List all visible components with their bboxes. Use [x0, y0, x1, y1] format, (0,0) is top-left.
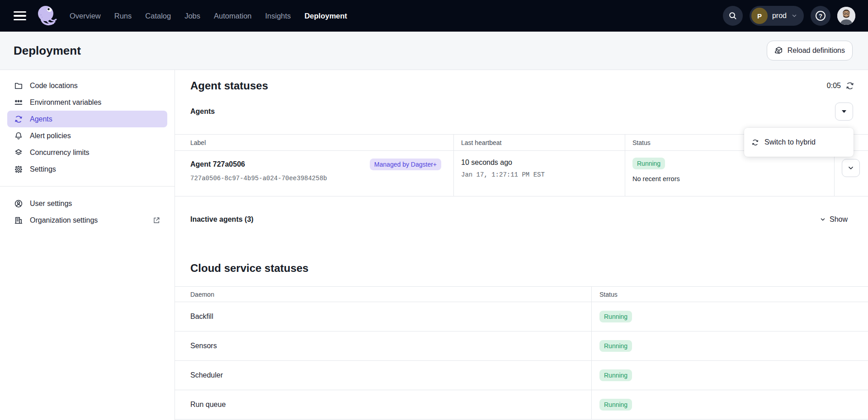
deployment-name: prod: [772, 12, 787, 20]
daemon-name: Sensors: [175, 331, 592, 360]
refresh-countdown: 0:05: [827, 82, 841, 90]
sidebar-item-label: Concurrency limits: [30, 149, 90, 157]
reload-definitions-label: Reload definitions: [788, 47, 845, 55]
folder-icon: [14, 81, 23, 90]
page-title: Deployment: [14, 44, 81, 58]
refresh-icon[interactable]: [845, 81, 854, 90]
chevron-down-icon: [847, 164, 854, 172]
sidebar-item-code-locations[interactable]: Code locations: [7, 77, 167, 94]
daemon-name: Scheduler: [175, 361, 592, 390]
column-header-daemon: Daemon: [175, 287, 592, 302]
chevron-down-icon: [820, 216, 826, 223]
agent-status-badge: Running: [632, 158, 665, 169]
inactive-agents-heading: Inactive agents (3): [190, 215, 254, 224]
menu-item-label: Switch to hybrid: [764, 138, 816, 146]
gear-icon: [14, 165, 23, 174]
column-header-label: Label: [175, 135, 454, 150]
nav-jobs[interactable]: Jobs: [184, 12, 200, 20]
status-badge: Running: [599, 311, 632, 322]
search-button[interactable]: [723, 6, 743, 26]
building-icon: [14, 216, 23, 225]
chevron-down-icon: [791, 13, 797, 19]
nav-deployment[interactable]: Deployment: [304, 12, 347, 20]
sidebar-item-label: Environment variables: [30, 98, 101, 107]
external-link-icon: [152, 216, 161, 224]
reload-definitions-button[interactable]: Reload definitions: [767, 41, 853, 61]
daemon-name: Run queue: [175, 390, 592, 419]
daemon-name: Backfill: [175, 302, 592, 331]
sidebar-item-label: Organization settings: [30, 216, 98, 224]
nav-insights[interactable]: Insights: [265, 12, 291, 20]
table-row: Scheduler Running: [175, 361, 868, 390]
nav-catalog[interactable]: Catalog: [145, 12, 171, 20]
managed-by-badge: Managed by Dagster+: [370, 159, 441, 170]
sidebar-item-label: User settings: [30, 200, 72, 208]
sidebar-item-user-settings[interactable]: User settings: [7, 195, 167, 212]
question-mark-icon: ?: [816, 11, 826, 21]
layers-icon: [14, 148, 23, 157]
search-icon: [728, 11, 737, 20]
show-inactive-agents-button[interactable]: Show: [820, 215, 848, 224]
agent-row-expand-button[interactable]: [842, 159, 860, 177]
cloud-table-header: Daemon Status: [175, 287, 868, 302]
heartbeat-relative: 10 seconds ago: [461, 151, 625, 167]
show-label: Show: [830, 215, 848, 224]
sidebar-item-alert-policies[interactable]: Alert policies: [7, 127, 167, 144]
table-row: Run queue Running: [175, 390, 868, 420]
agents-context-menu: Switch to hybrid: [744, 128, 854, 157]
status-badge: Running: [599, 340, 632, 352]
cloud-services-table: Daemon Status Backfill Running Sensors R…: [175, 286, 868, 420]
nav-runs[interactable]: Runs: [114, 12, 132, 20]
top-nav: Overview Runs Catalog Jobs Automation In…: [0, 0, 868, 32]
caret-down-icon: [842, 110, 846, 113]
sidebar-item-environment-variables[interactable]: Environment variables: [7, 94, 167, 111]
cloud-service-statuses-heading: Cloud service statuses: [190, 262, 868, 275]
menu-icon[interactable]: [14, 11, 26, 21]
column-header-last-heartbeat: Last heartbeat: [454, 135, 625, 150]
nav-automation[interactable]: Automation: [214, 12, 251, 20]
reload-package-icon: [774, 46, 783, 55]
table-row: Sensors Running: [175, 331, 868, 361]
sidebar-item-label: Settings: [30, 165, 56, 173]
menu-item-switch-to-hybrid[interactable]: Switch to hybrid: [744, 131, 854, 153]
agent-id: 727a0506-8c97-4b95-a024-70ee3984258b: [190, 175, 453, 182]
bell-icon: [14, 131, 23, 140]
sidebar-item-organization-settings[interactable]: Organization settings: [7, 212, 167, 229]
agent-icon: [14, 115, 23, 124]
agent-statuses-heading: Agent statuses: [190, 79, 268, 92]
main-content: Agent statuses 0:05 Agents: [175, 70, 868, 420]
page-header: Deployment Reload definitions: [0, 32, 868, 70]
agent-name[interactable]: Agent 727a0506: [190, 160, 245, 168]
sidebar-divider: [0, 186, 175, 187]
column-header-status: Status: [592, 287, 868, 302]
sidebar-item-label: Code locations: [30, 82, 78, 90]
agent-status-detail: No recent errors: [632, 175, 834, 182]
help-button[interactable]: ?: [811, 6, 830, 26]
user-avatar[interactable]: [837, 7, 855, 25]
table-row: Backfill Running: [175, 302, 868, 331]
deployment-switcher[interactable]: P prod: [750, 6, 804, 26]
octopus-logo-icon: [35, 4, 58, 28]
sidebar-item-settings[interactable]: Settings: [7, 161, 167, 177]
settings-sidebar: Code locations Environment variables: [0, 70, 175, 420]
agent-icon: [751, 139, 759, 146]
status-badge: Running: [599, 399, 632, 411]
heartbeat-timestamp: Jan 17, 1:27:11 PM EST: [461, 171, 625, 178]
agents-menu-button[interactable]: [835, 103, 853, 121]
agent-row: Agent 727a0506 Managed by Dagster+ 727a0…: [175, 151, 868, 196]
sidebar-item-concurrency-limits[interactable]: Concurrency limits: [7, 144, 167, 161]
sidebar-item-label: Alert policies: [30, 132, 71, 140]
sidebar-item-label: Agents: [30, 115, 52, 123]
user-photo: [837, 7, 855, 25]
deployment-avatar: P: [751, 8, 768, 24]
sidebar-item-agents[interactable]: Agents: [7, 111, 167, 127]
nav-right-actions: P prod ?: [723, 6, 855, 26]
status-badge: Running: [599, 369, 632, 381]
primary-nav: Overview Runs Catalog Jobs Automation In…: [70, 12, 347, 20]
env-vars-icon: [14, 98, 23, 107]
agents-subheading: Agents: [190, 107, 215, 116]
dagster-logo[interactable]: [35, 4, 58, 28]
user-circle-icon: [14, 199, 23, 208]
nav-overview[interactable]: Overview: [70, 12, 101, 20]
